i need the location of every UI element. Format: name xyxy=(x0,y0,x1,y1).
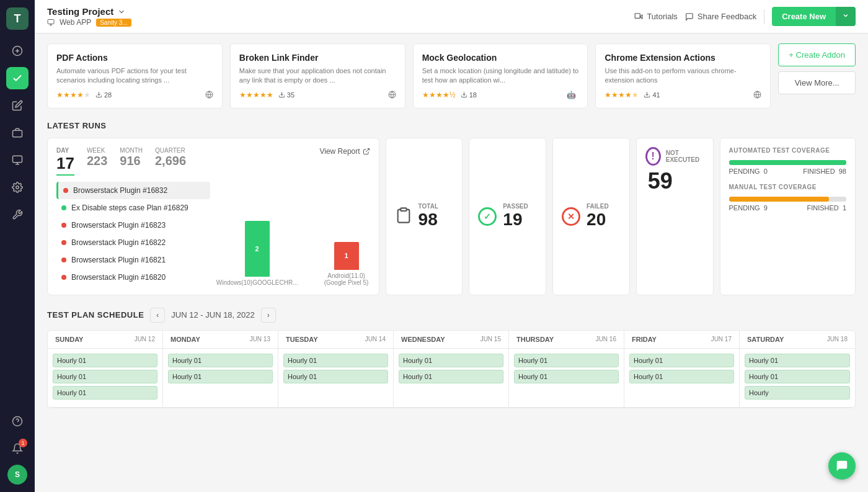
hourly-item-mon-1[interactable]: Hourly 01 xyxy=(168,370,273,383)
view-report-button[interactable]: View Report xyxy=(319,147,370,156)
feedback-button[interactable]: Share Feedback xyxy=(685,12,756,21)
run-item-3[interactable]: Browserstack Plugin #16822 xyxy=(56,234,210,251)
not-executed-icon: ! xyxy=(645,147,661,166)
stats-failed: ✕ FAILED 20 xyxy=(552,138,630,295)
hourly-item-wed-0[interactable]: Hourly 01 xyxy=(399,354,503,367)
addon-downloads-pdf: 28 xyxy=(95,91,112,99)
main-content: Testing Project Web APP Sanity 3... Tuto… xyxy=(35,0,868,492)
content-area: PDF Actions Automate various PDF actions… xyxy=(35,34,868,492)
hourly-item-mon-0[interactable]: Hourly 01 xyxy=(168,354,273,367)
passed-icon: ✓ xyxy=(478,207,497,226)
run-item-4[interactable]: Browserstack Plugin #16821 xyxy=(56,251,210,269)
addon-card-broken-link: Broken Link Finder Make sure that your a… xyxy=(230,43,405,109)
run-status-dot-4 xyxy=(61,257,66,262)
message-icon xyxy=(685,12,694,21)
hourly-item-fri-1[interactable]: Hourly 01 xyxy=(629,370,734,383)
addon-stars-geolocation: ★★★★½ xyxy=(422,91,456,99)
create-new-dropdown-button[interactable] xyxy=(836,7,856,26)
create-new-button[interactable]: Create New xyxy=(772,7,836,26)
clipboard-icon xyxy=(395,207,412,224)
manual-coverage-title: MANUAL TEST COVERAGE xyxy=(729,184,846,190)
bar-group-0: 2 Windows(10)GOOGLECHR... xyxy=(216,221,298,286)
hourly-item-sat-1[interactable]: Hourly 01 xyxy=(745,370,850,383)
sidebar-item-notifications[interactable]: 1 xyxy=(6,437,29,460)
addon-footer-geolocation: ★★★★½ 18 🤖 xyxy=(422,91,579,99)
manual-coverage-bar-wrap: PENDING 9 FINISHED 1 xyxy=(729,197,846,212)
header-divider xyxy=(764,9,764,24)
auto-coverage-title: AUTOMATED TEST COVERAGE xyxy=(729,147,846,154)
sidebar-item-briefcase[interactable] xyxy=(6,122,29,144)
latest-runs-section: LATEST RUNS DAY 17 WEEK 223 xyxy=(47,121,856,295)
cal-cell-tuesday: Hourly 01 Hourly 01 xyxy=(278,349,394,408)
addon-downloads-geolocation: 18 xyxy=(461,91,477,99)
sidebar-item-edit[interactable] xyxy=(6,94,29,117)
run-list: Browserstack Plugin #16832 Ex Disable st… xyxy=(56,182,210,286)
hourly-item-tue-1[interactable]: Hourly 01 xyxy=(283,370,388,383)
sidebar-logo[interactable]: T xyxy=(6,7,29,30)
addon-platform-chrome xyxy=(753,91,761,99)
hourly-item-thu-1[interactable]: Hourly 01 xyxy=(514,370,619,383)
manual-finished-label: FINISHED 1 xyxy=(807,204,846,212)
period-tab-day[interactable]: DAY 17 xyxy=(56,147,74,176)
cal-cell-friday: Hourly 01 Hourly 01 xyxy=(624,349,740,408)
run-item-0[interactable]: Browserstack Plugin #16832 xyxy=(56,182,210,199)
create-addon-button[interactable]: + Create Addon xyxy=(778,43,856,66)
schedule-prev-button[interactable]: ‹ xyxy=(150,308,165,323)
period-tab-week[interactable]: WEEK 223 xyxy=(87,147,107,176)
addon-platform-pdf xyxy=(205,91,213,99)
notification-badge: 1 xyxy=(19,439,27,447)
addon-card-geolocation: Mock Geolocation Set a mock location (us… xyxy=(413,43,588,109)
cal-cell-monday: Hourly 01 Hourly 01 xyxy=(163,349,278,408)
chat-bubble[interactable] xyxy=(828,452,856,480)
sidebar-item-extensions[interactable] xyxy=(6,204,29,226)
bar-chart: 2 Windows(10)GOOGLECHR... 1 Android(11.0… xyxy=(216,212,370,286)
run-item-1[interactable]: Ex Disable steps case Plan #16829 xyxy=(56,199,210,217)
latest-runs-title: LATEST RUNS xyxy=(47,121,856,130)
auto-finished-label: FINISHED 98 xyxy=(803,168,846,175)
svg-line-25 xyxy=(366,148,370,152)
manual-coverage-bar-bg xyxy=(729,197,846,202)
download-icon xyxy=(95,91,102,98)
manual-coverage-meta: PENDING 9 FINISHED 1 xyxy=(729,204,846,212)
hourly-item-thu-0[interactable]: Hourly 01 xyxy=(514,354,619,367)
tutorials-button[interactable]: Tutorials xyxy=(634,12,677,21)
globe-icon-4 xyxy=(753,91,761,99)
addon-platform-broken-link xyxy=(388,91,396,99)
hourly-item-sun-2[interactable]: Hourly 01 xyxy=(53,386,157,400)
sidebar-item-check[interactable] xyxy=(6,67,29,89)
period-tab-quarter[interactable]: QUARTER 2,696 xyxy=(155,147,186,176)
failed-value: 20 xyxy=(587,210,609,230)
globe-icon-2 xyxy=(388,91,396,99)
bar-1: 1 xyxy=(334,242,359,270)
period-tab-month[interactable]: MONTH 916 xyxy=(120,147,143,176)
chevron-down-icon[interactable] xyxy=(117,7,126,16)
svg-rect-13 xyxy=(636,13,640,18)
addon-downloads-chrome: 41 xyxy=(644,91,660,99)
sidebar-item-add[interactable] xyxy=(6,40,29,62)
chart-area: 2 Windows(10)GOOGLECHR... 1 Android(11.0… xyxy=(216,182,370,286)
runs-stats-row: TOTAL 98 ✓ PASSED 19 ✕ xyxy=(386,138,856,295)
auto-coverage-bar-wrap: PENDING 0 FINISHED 98 xyxy=(729,160,846,175)
calendar-header-row: SUNDAY JUN 12 MONDAY JUN 13 TUESDAY JUN … xyxy=(48,331,855,349)
sidebar-item-monitor[interactable] xyxy=(6,149,29,171)
hourly-item-fri-0[interactable]: Hourly 01 xyxy=(629,354,734,367)
hourly-item-sun-1[interactable]: Hourly 01 xyxy=(53,370,157,383)
sidebar-item-help[interactable] xyxy=(6,410,29,432)
run-item-2[interactable]: Browserstack Plugin #16823 xyxy=(56,217,210,234)
hourly-item-wed-1[interactable]: Hourly 01 xyxy=(399,370,503,383)
hourly-item-sat-2[interactable]: Hourly xyxy=(745,386,850,400)
hourly-item-tue-0[interactable]: Hourly 01 xyxy=(283,354,388,367)
runs-content: Browserstack Plugin #16832 Ex Disable st… xyxy=(56,182,370,286)
hourly-item-sun-0[interactable]: Hourly 01 xyxy=(53,354,157,367)
avatar[interactable]: S xyxy=(7,465,27,485)
schedule-next-button[interactable]: › xyxy=(261,308,276,323)
view-more-button[interactable]: View More... xyxy=(778,71,856,94)
sidebar-item-settings[interactable] xyxy=(6,176,29,199)
run-status-dot-0 xyxy=(63,188,68,193)
run-item-5[interactable]: Browserstack Plugin #16820 xyxy=(56,269,210,286)
addon-desc-broken-link: Make sure that your application does not… xyxy=(239,66,396,86)
project-meta: Web APP Sanity 3... xyxy=(47,18,627,27)
hourly-item-sat-0[interactable]: Hourly 01 xyxy=(745,354,850,367)
svg-rect-10 xyxy=(48,20,54,24)
cal-header-wednesday: WEDNESDAY JUN 15 xyxy=(394,331,509,348)
